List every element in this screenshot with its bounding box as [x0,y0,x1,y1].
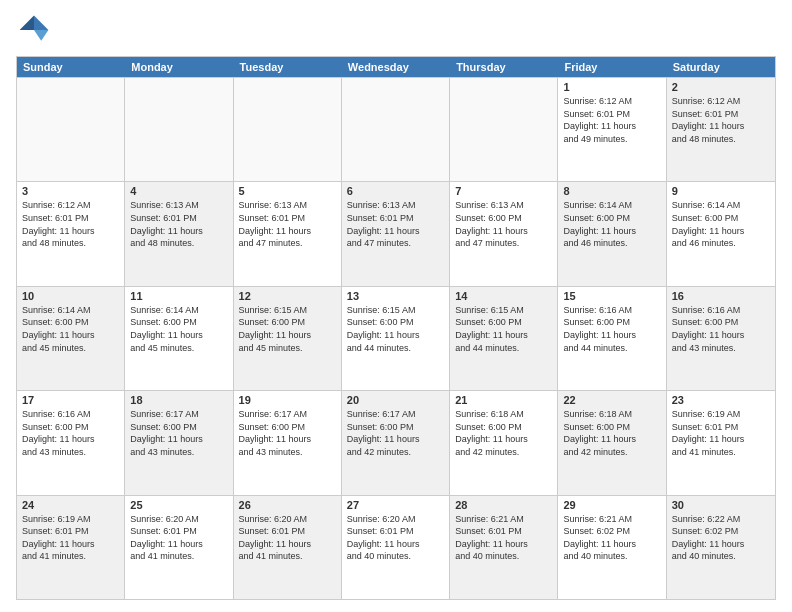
day-info: Sunrise: 6:21 AM Sunset: 6:01 PM Dayligh… [455,513,552,563]
calendar-cell-day-28: 28Sunrise: 6:21 AM Sunset: 6:01 PM Dayli… [450,496,558,599]
day-info: Sunrise: 6:12 AM Sunset: 6:01 PM Dayligh… [563,95,660,145]
calendar-cell-day-18: 18Sunrise: 6:17 AM Sunset: 6:00 PM Dayli… [125,391,233,494]
calendar-cell-day-9: 9Sunrise: 6:14 AM Sunset: 6:00 PM Daylig… [667,182,775,285]
calendar-cell-empty [17,78,125,181]
weekday-header-monday: Monday [125,57,233,77]
calendar-row-4: 17Sunrise: 6:16 AM Sunset: 6:00 PM Dayli… [17,390,775,494]
day-number: 1 [563,81,660,93]
calendar-row-1: 1Sunrise: 6:12 AM Sunset: 6:01 PM Daylig… [17,77,775,181]
calendar-cell-day-8: 8Sunrise: 6:14 AM Sunset: 6:00 PM Daylig… [558,182,666,285]
weekday-header-sunday: Sunday [17,57,125,77]
day-info: Sunrise: 6:17 AM Sunset: 6:00 PM Dayligh… [347,408,444,458]
calendar-cell-day-11: 11Sunrise: 6:14 AM Sunset: 6:00 PM Dayli… [125,287,233,390]
day-info: Sunrise: 6:18 AM Sunset: 6:00 PM Dayligh… [563,408,660,458]
day-info: Sunrise: 6:12 AM Sunset: 6:01 PM Dayligh… [672,95,770,145]
day-number: 23 [672,394,770,406]
calendar-cell-empty [125,78,233,181]
calendar-cell-day-17: 17Sunrise: 6:16 AM Sunset: 6:00 PM Dayli… [17,391,125,494]
calendar-body: 1Sunrise: 6:12 AM Sunset: 6:01 PM Daylig… [17,77,775,599]
day-number: 6 [347,185,444,197]
day-info: Sunrise: 6:17 AM Sunset: 6:00 PM Dayligh… [130,408,227,458]
weekday-header-tuesday: Tuesday [234,57,342,77]
calendar-cell-day-1: 1Sunrise: 6:12 AM Sunset: 6:01 PM Daylig… [558,78,666,181]
day-number: 20 [347,394,444,406]
day-info: Sunrise: 6:20 AM Sunset: 6:01 PM Dayligh… [239,513,336,563]
day-number: 21 [455,394,552,406]
day-number: 29 [563,499,660,511]
day-info: Sunrise: 6:16 AM Sunset: 6:00 PM Dayligh… [672,304,770,354]
day-number: 26 [239,499,336,511]
day-number: 3 [22,185,119,197]
day-info: Sunrise: 6:13 AM Sunset: 6:01 PM Dayligh… [130,199,227,249]
calendar-cell-day-7: 7Sunrise: 6:13 AM Sunset: 6:00 PM Daylig… [450,182,558,285]
calendar-cell-day-4: 4Sunrise: 6:13 AM Sunset: 6:01 PM Daylig… [125,182,233,285]
calendar-cell-day-10: 10Sunrise: 6:14 AM Sunset: 6:00 PM Dayli… [17,287,125,390]
calendar-cell-day-2: 2Sunrise: 6:12 AM Sunset: 6:01 PM Daylig… [667,78,775,181]
calendar-cell-empty [234,78,342,181]
day-info: Sunrise: 6:16 AM Sunset: 6:00 PM Dayligh… [22,408,119,458]
calendar-cell-empty [342,78,450,181]
weekday-header-thursday: Thursday [450,57,558,77]
day-info: Sunrise: 6:21 AM Sunset: 6:02 PM Dayligh… [563,513,660,563]
day-info: Sunrise: 6:13 AM Sunset: 6:01 PM Dayligh… [347,199,444,249]
svg-marker-0 [34,16,48,30]
weekday-header-friday: Friday [558,57,666,77]
calendar-row-2: 3Sunrise: 6:12 AM Sunset: 6:01 PM Daylig… [17,181,775,285]
calendar-cell-day-15: 15Sunrise: 6:16 AM Sunset: 6:00 PM Dayli… [558,287,666,390]
calendar-cell-day-21: 21Sunrise: 6:18 AM Sunset: 6:00 PM Dayli… [450,391,558,494]
day-number: 8 [563,185,660,197]
day-number: 25 [130,499,227,511]
calendar-cell-day-20: 20Sunrise: 6:17 AM Sunset: 6:00 PM Dayli… [342,391,450,494]
calendar: SundayMondayTuesdayWednesdayThursdayFrid… [16,56,776,600]
calendar-cell-day-12: 12Sunrise: 6:15 AM Sunset: 6:00 PM Dayli… [234,287,342,390]
day-number: 4 [130,185,227,197]
day-number: 12 [239,290,336,302]
day-number: 24 [22,499,119,511]
day-info: Sunrise: 6:20 AM Sunset: 6:01 PM Dayligh… [130,513,227,563]
day-number: 7 [455,185,552,197]
calendar-cell-day-24: 24Sunrise: 6:19 AM Sunset: 6:01 PM Dayli… [17,496,125,599]
day-info: Sunrise: 6:12 AM Sunset: 6:01 PM Dayligh… [22,199,119,249]
day-number: 18 [130,394,227,406]
day-info: Sunrise: 6:15 AM Sunset: 6:00 PM Dayligh… [347,304,444,354]
page: SundayMondayTuesdayWednesdayThursdayFrid… [0,0,792,612]
calendar-cell-day-14: 14Sunrise: 6:15 AM Sunset: 6:00 PM Dayli… [450,287,558,390]
calendar-cell-day-16: 16Sunrise: 6:16 AM Sunset: 6:00 PM Dayli… [667,287,775,390]
calendar-cell-day-27: 27Sunrise: 6:20 AM Sunset: 6:01 PM Dayli… [342,496,450,599]
weekday-header-wednesday: Wednesday [342,57,450,77]
calendar-row-5: 24Sunrise: 6:19 AM Sunset: 6:01 PM Dayli… [17,495,775,599]
day-info: Sunrise: 6:14 AM Sunset: 6:00 PM Dayligh… [22,304,119,354]
logo [16,12,56,48]
day-info: Sunrise: 6:14 AM Sunset: 6:00 PM Dayligh… [563,199,660,249]
calendar-cell-day-6: 6Sunrise: 6:13 AM Sunset: 6:01 PM Daylig… [342,182,450,285]
day-info: Sunrise: 6:18 AM Sunset: 6:00 PM Dayligh… [455,408,552,458]
day-number: 27 [347,499,444,511]
day-info: Sunrise: 6:15 AM Sunset: 6:00 PM Dayligh… [239,304,336,354]
day-info: Sunrise: 6:16 AM Sunset: 6:00 PM Dayligh… [563,304,660,354]
calendar-cell-day-3: 3Sunrise: 6:12 AM Sunset: 6:01 PM Daylig… [17,182,125,285]
day-info: Sunrise: 6:17 AM Sunset: 6:00 PM Dayligh… [239,408,336,458]
calendar-cell-day-13: 13Sunrise: 6:15 AM Sunset: 6:00 PM Dayli… [342,287,450,390]
day-number: 16 [672,290,770,302]
calendar-cell-day-26: 26Sunrise: 6:20 AM Sunset: 6:01 PM Dayli… [234,496,342,599]
day-info: Sunrise: 6:13 AM Sunset: 6:00 PM Dayligh… [455,199,552,249]
calendar-header: SundayMondayTuesdayWednesdayThursdayFrid… [17,57,775,77]
day-number: 15 [563,290,660,302]
day-info: Sunrise: 6:14 AM Sunset: 6:00 PM Dayligh… [130,304,227,354]
header [16,12,776,48]
calendar-cell-day-19: 19Sunrise: 6:17 AM Sunset: 6:00 PM Dayli… [234,391,342,494]
day-info: Sunrise: 6:19 AM Sunset: 6:01 PM Dayligh… [672,408,770,458]
day-info: Sunrise: 6:20 AM Sunset: 6:01 PM Dayligh… [347,513,444,563]
svg-marker-1 [34,30,48,41]
day-info: Sunrise: 6:19 AM Sunset: 6:01 PM Dayligh… [22,513,119,563]
day-info: Sunrise: 6:15 AM Sunset: 6:00 PM Dayligh… [455,304,552,354]
day-number: 22 [563,394,660,406]
svg-marker-2 [20,16,34,30]
day-number: 14 [455,290,552,302]
day-number: 5 [239,185,336,197]
day-info: Sunrise: 6:22 AM Sunset: 6:02 PM Dayligh… [672,513,770,563]
day-number: 13 [347,290,444,302]
day-number: 11 [130,290,227,302]
day-number: 2 [672,81,770,93]
day-number: 17 [22,394,119,406]
